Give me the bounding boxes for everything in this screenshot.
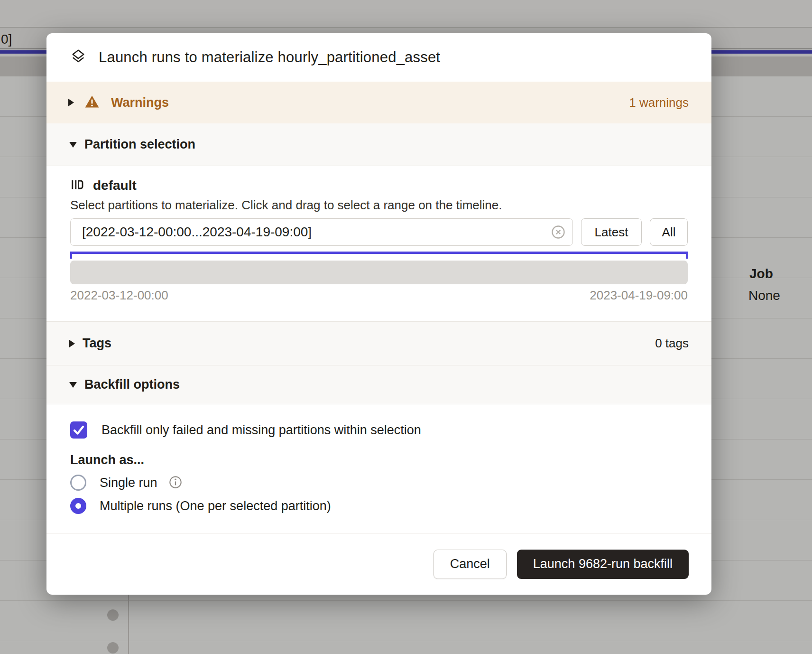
range-input-wrap — [70, 218, 573, 246]
multiple-runs-radio[interactable] — [70, 498, 86, 514]
timeline-start-label: 2022-03-12-00:00 — [70, 288, 168, 302]
partition-instructions: Select partitions to materialize. Click … — [70, 197, 688, 213]
tags-section-toggle[interactable]: Tags 0 tags — [46, 321, 711, 365]
warnings-section-toggle[interactable]: Warnings 1 warnings — [46, 82, 711, 123]
dialog-footer: Cancel Launch 9682-run backfill — [46, 533, 711, 595]
partition-range-input[interactable] — [70, 218, 573, 246]
single-run-radio-row: Single run — [70, 475, 688, 491]
timeline-selection-bracket — [70, 252, 688, 259]
failed-missing-checkbox-label: Backfill only failed and missing partiti… — [102, 423, 421, 438]
partition-dimension-icon — [70, 178, 84, 194]
all-button[interactable]: All — [650, 218, 688, 246]
chevron-right-icon — [69, 340, 75, 347]
partition-selection-section-toggle[interactable]: Partition selection — [46, 123, 711, 166]
backfill-options-section-toggle[interactable]: Backfill options — [46, 365, 711, 404]
launch-as-label: Launch as... — [70, 453, 688, 467]
dimension-row: default — [70, 178, 688, 194]
multiple-runs-label: Multiple runs (One per selected partitio… — [100, 499, 331, 514]
warning-triangle-icon — [84, 95, 100, 110]
single-run-label: Single run — [100, 476, 157, 490]
multiple-runs-radio-row: Multiple runs (One per selected partitio… — [70, 498, 688, 514]
launch-backfill-button[interactable]: Launch 9682-run backfill — [517, 550, 689, 579]
dimension-name: default — [93, 178, 137, 193]
launch-backfill-dialog: Launch runs to materialize hourly_partit… — [46, 33, 711, 595]
partition-selection-body: default Select partitions to materialize… — [46, 166, 711, 321]
backfill-options-body: Backfill only failed and missing partiti… — [46, 404, 711, 533]
cancel-button[interactable]: Cancel — [434, 550, 507, 579]
latest-button[interactable]: Latest — [581, 218, 642, 246]
chevron-down-icon — [69, 142, 77, 148]
info-icon[interactable] — [169, 476, 182, 490]
dialog-title: Launch runs to materialize hourly_partit… — [99, 49, 440, 66]
tags-count: 0 tags — [655, 336, 689, 351]
clear-selection-icon[interactable] — [551, 225, 565, 239]
failed-missing-checkbox-row: Backfill only failed and missing partiti… — [70, 421, 688, 439]
materialize-layers-icon — [70, 48, 86, 66]
timeline-date-labels: 2022-03-12-00:00 2023-04-19-09:00 — [70, 288, 688, 302]
dialog-header: Launch runs to materialize hourly_partit… — [46, 33, 711, 82]
tags-header: Tags — [83, 336, 111, 351]
partition-range-row: Latest All — [70, 218, 688, 246]
partition-timeline[interactable] — [70, 261, 688, 284]
failed-missing-checkbox[interactable] — [70, 421, 87, 439]
chevron-down-icon — [69, 382, 77, 388]
warnings-label: Warnings — [111, 95, 169, 110]
single-run-radio[interactable] — [70, 475, 86, 491]
chevron-right-icon — [68, 99, 74, 106]
warnings-count: 1 warnings — [629, 95, 689, 110]
backfill-options-header: Backfill options — [84, 377, 180, 392]
timeline-end-label: 2023-04-19-09:00 — [590, 288, 688, 302]
partition-selection-header: Partition selection — [84, 137, 195, 152]
